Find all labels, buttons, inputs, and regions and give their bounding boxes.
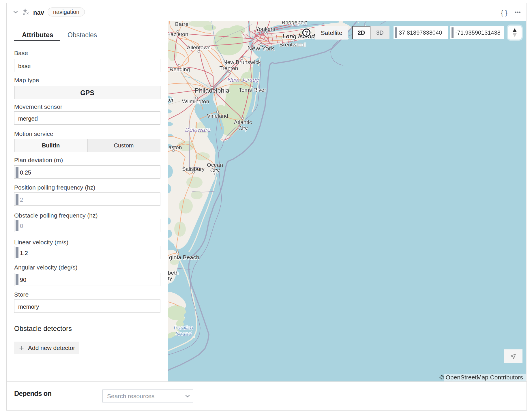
svg-text:ter: ter <box>168 97 174 103</box>
svg-text:Allentown: Allentown <box>187 44 211 50</box>
svg-text:New Brunswick: New Brunswick <box>223 59 261 65</box>
svg-text:Barre: Barre <box>175 21 188 27</box>
svg-text:Bridgeport: Bridgeport <box>282 21 307 25</box>
svg-text:Atlantic: Atlantic <box>234 119 252 125</box>
svg-text:beth: beth <box>168 270 179 276</box>
svg-text:Trenton: Trenton <box>220 65 238 71</box>
svg-text:Sound: Sound <box>176 331 192 337</box>
svg-text:Ocean: Ocean <box>207 162 223 168</box>
svg-text:ginia Beach: ginia Beach <box>169 254 199 261</box>
svg-text:Pamlico: Pamlico <box>174 325 193 331</box>
svg-text:aston: aston <box>168 144 182 150</box>
svg-text:© OpenStreetMap Contributors: © OpenStreetMap Contributors <box>439 374 523 381</box>
svg-text:Vineland: Vineland <box>207 113 228 119</box>
svg-text:Wilmington: Wilmington <box>182 98 209 104</box>
svg-text:?: ? <box>305 30 308 36</box>
svg-text:City: City <box>210 167 220 173</box>
svg-text:Brentwood: Brentwood <box>280 42 306 48</box>
svg-text:New Jersey: New Jersey <box>227 76 259 83</box>
svg-text:ty: ty <box>168 275 172 281</box>
svg-text:Delaware: Delaware <box>185 126 211 133</box>
svg-text:New York: New York <box>248 45 275 52</box>
svg-text:Reading: Reading <box>170 66 190 72</box>
svg-text:City: City <box>238 125 248 131</box>
